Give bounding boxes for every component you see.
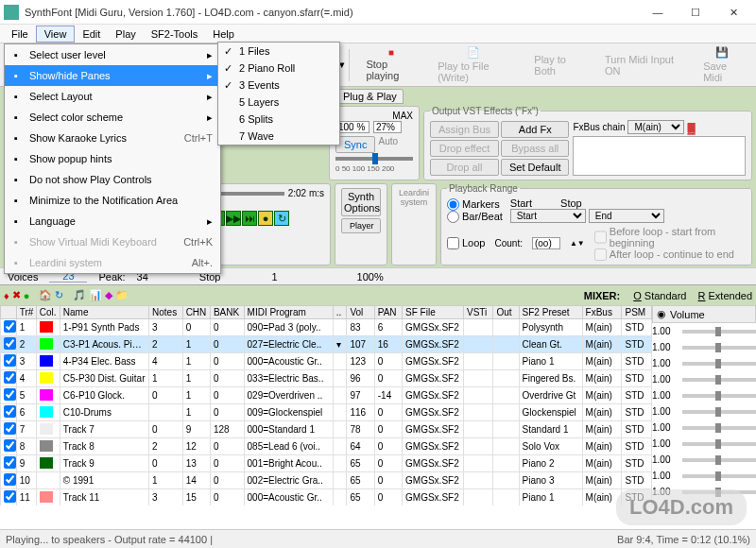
drop-effect-button[interactable]: Drop effect bbox=[430, 140, 499, 157]
track-enable-checkbox[interactable] bbox=[4, 388, 16, 401]
mixer-std-tab[interactable]: O Standard bbox=[633, 290, 686, 301]
volume-slider-row[interactable]: 1.00 bbox=[652, 452, 756, 468]
table-row[interactable]: 6C10-Drums10009=Glockenspiel1160GMGSx.SF… bbox=[1, 404, 652, 421]
track-enable-checkbox[interactable] bbox=[4, 320, 16, 333]
vol-bar[interactable] bbox=[682, 442, 756, 446]
barbeat-radio[interactable] bbox=[447, 211, 459, 223]
vol-bar[interactable] bbox=[682, 410, 756, 414]
max-value[interactable] bbox=[373, 121, 402, 133]
mixer-ext-tab[interactable]: R Extended bbox=[698, 290, 753, 301]
table-row[interactable]: 11Track 113150000=Acoustic Gr..650GMGSx.… bbox=[1, 489, 652, 506]
play-to-file-button[interactable]: 📄Play to File (Write) bbox=[429, 46, 522, 84]
assign-bus-button[interactable]: Assign Bus bbox=[430, 121, 499, 138]
volume-slider-row[interactable]: 1.00 bbox=[652, 484, 756, 500]
track-color-swatch[interactable] bbox=[40, 321, 53, 333]
view-menu-item[interactable]: ▪Minimize to the Notification Area bbox=[5, 190, 220, 211]
column-header[interactable]: SF2 Preset bbox=[519, 306, 582, 319]
column-header[interactable]: Out bbox=[493, 306, 519, 319]
column-header[interactable]: SF File bbox=[403, 306, 464, 319]
track-color-swatch[interactable] bbox=[40, 474, 53, 486]
column-header[interactable]: BANK bbox=[210, 306, 244, 319]
view-menu-item[interactable]: ▪Show Karaoke LyricsCtrl+T bbox=[5, 128, 220, 148]
column-header[interactable]: CHN bbox=[182, 306, 210, 319]
volume-slider-row[interactable]: 1.00 bbox=[652, 339, 756, 355]
track-color-swatch[interactable] bbox=[40, 406, 53, 418]
volume-slider-row[interactable]: 1.00 bbox=[652, 403, 756, 420]
loop-checkbox[interactable] bbox=[447, 237, 459, 249]
panes-submenu-item[interactable]: ✓1 Files bbox=[218, 43, 339, 60]
synth-options-button[interactable]: Synth Options bbox=[341, 188, 381, 216]
next-button[interactable]: ▶▶ bbox=[226, 211, 241, 226]
track-color-swatch[interactable] bbox=[40, 338, 53, 350]
panes-submenu-item[interactable]: 7 Wave bbox=[218, 128, 339, 145]
count-spinner-icon[interactable]: ▲▼ bbox=[570, 239, 585, 248]
view-menu-item[interactable]: ▪Show Virtual Midi KeyboardCtrl+K bbox=[5, 231, 220, 252]
volume-value[interactable] bbox=[335, 121, 369, 133]
volume-slider-row[interactable]: 1.00 bbox=[652, 436, 756, 452]
loop-button[interactable]: ↻ bbox=[274, 211, 289, 226]
midi-input-button[interactable]: Turn Midi Input ON bbox=[596, 46, 691, 84]
table-row[interactable]: 4C5-P30 Dist. Guitar110033=Electric Bas.… bbox=[1, 370, 652, 387]
maximize-button[interactable]: ☐ bbox=[677, 0, 714, 25]
tool4-icon[interactable]: 📁 bbox=[115, 289, 129, 301]
vol-bar[interactable] bbox=[682, 378, 756, 382]
tool2-icon[interactable]: 📊 bbox=[89, 289, 102, 301]
table-row[interactable]: 7Track 709128000=Standard 1780GMGSx.SF2S… bbox=[1, 421, 652, 438]
new-icon[interactable]: ● bbox=[24, 290, 30, 301]
track-color-swatch[interactable] bbox=[40, 440, 53, 452]
view-menu-item[interactable]: ▪Show popup hints bbox=[5, 148, 220, 169]
panes-submenu-item[interactable]: ✓3 Events bbox=[218, 77, 339, 94]
track-color-swatch[interactable] bbox=[40, 389, 53, 401]
close-button[interactable]: ✕ bbox=[714, 0, 752, 25]
column-header[interactable]: Vol bbox=[347, 306, 374, 319]
track-enable-checkbox[interactable] bbox=[4, 490, 16, 503]
drop-all-button[interactable]: Drop all bbox=[430, 159, 499, 176]
view-menu-item[interactable]: ▪Show/hide Panes▸ bbox=[5, 65, 220, 86]
panes-submenu-item[interactable]: ✓2 Piano Roll bbox=[218, 60, 339, 77]
vol-bar[interactable] bbox=[682, 330, 756, 334]
menu-edit[interactable]: Edit bbox=[75, 26, 108, 42]
track-enable-checkbox[interactable] bbox=[4, 473, 16, 486]
table-row[interactable]: 9Track 90130001=Bright Acou..650GMGSx.SF… bbox=[1, 455, 652, 472]
table-row[interactable]: 34-P34 Elec. Bass410000=Acoustic Gr..123… bbox=[1, 353, 652, 370]
column-header[interactable]: FxBus bbox=[582, 306, 622, 319]
vol-bar[interactable] bbox=[682, 458, 756, 462]
volume-slider-row[interactable]: 1.00 bbox=[652, 355, 756, 371]
menu-play[interactable]: Play bbox=[108, 26, 143, 42]
set-default-button[interactable]: Set Default bbox=[501, 159, 569, 176]
track-enable-checkbox[interactable] bbox=[4, 405, 16, 418]
minimize-button[interactable]: — bbox=[639, 0, 677, 25]
refresh-icon[interactable]: ↻ bbox=[55, 289, 63, 301]
volume-slider-row[interactable]: 1.00 bbox=[652, 468, 756, 484]
track-enable-checkbox[interactable] bbox=[4, 422, 16, 435]
add-fx-button[interactable]: Add Fx bbox=[501, 121, 569, 138]
vol-bar[interactable] bbox=[682, 394, 756, 398]
menu-file[interactable]: File bbox=[4, 26, 36, 42]
track-enable-checkbox[interactable] bbox=[4, 371, 16, 384]
menu-sf2tools[interactable]: SF2-Tools bbox=[144, 26, 206, 42]
fx-list[interactable] bbox=[573, 136, 746, 176]
column-header[interactable]: MIDI Program bbox=[244, 306, 333, 319]
delete-track-icon[interactable]: ✖ bbox=[12, 289, 21, 301]
save-midi-button[interactable]: 💾Save Midi bbox=[695, 46, 752, 84]
column-header[interactable]: VSTi bbox=[463, 306, 492, 319]
play-to-both-button[interactable]: Play to Both bbox=[525, 46, 593, 84]
home-icon[interactable]: 🏠 bbox=[39, 289, 52, 301]
column-header[interactable]: PSM bbox=[622, 306, 652, 319]
fx-delete-icon[interactable]: ▓ bbox=[687, 122, 695, 133]
vol-bar[interactable] bbox=[682, 426, 756, 430]
vol-bar[interactable] bbox=[682, 346, 756, 350]
record-button[interactable]: ● bbox=[258, 211, 273, 226]
start-select[interactable]: Start bbox=[510, 209, 586, 223]
panes-submenu-item[interactable]: 5 Layers bbox=[218, 94, 339, 111]
volume-slider-row[interactable]: 1.00 bbox=[652, 323, 756, 339]
column-header[interactable]: Col. bbox=[36, 306, 60, 319]
menu-help[interactable]: Help bbox=[205, 26, 242, 42]
column-header[interactable]: Name bbox=[60, 306, 148, 319]
column-header[interactable]: Tr# bbox=[16, 306, 36, 319]
sync-button[interactable]: Sync bbox=[335, 136, 375, 153]
track-enable-checkbox[interactable] bbox=[4, 354, 16, 367]
track-enable-checkbox[interactable] bbox=[4, 456, 16, 469]
tab-plug-play[interactable]: Plug & Play bbox=[336, 89, 404, 104]
table-row[interactable]: 5C6-P10 Glock.010029=Overdriven ..97-14G… bbox=[1, 387, 652, 404]
